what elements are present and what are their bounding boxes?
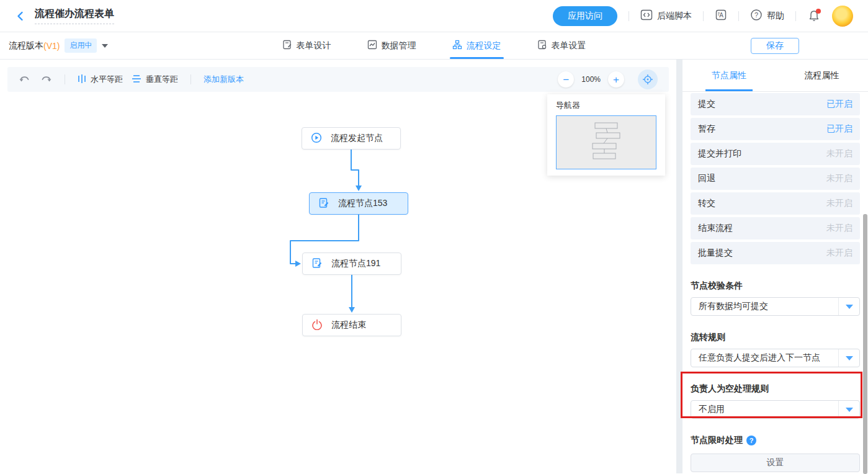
question-circle-icon: ?: [750, 9, 763, 23]
divider: [795, 11, 796, 21]
caret-zone: [838, 298, 859, 315]
version-dropdown-caret-icon[interactable]: [102, 44, 108, 48]
horizontal-spacing-button[interactable]: 水平等距: [78, 74, 123, 86]
flow-node-end[interactable]: 流程结束: [302, 314, 401, 336]
divider: [738, 11, 739, 21]
caret-zone: [838, 401, 859, 418]
tab-flow-settings[interactable]: 流程设定: [452, 32, 501, 59]
divider: [629, 11, 629, 21]
module-tabs: 表单设计 数据管理 流程设定 表单设置: [282, 32, 586, 59]
form-design-icon: [282, 40, 292, 51]
form-gear-icon: [537, 40, 547, 51]
navigator-panel: 导航器: [547, 94, 665, 176]
translate-button[interactable]: A: [715, 9, 727, 23]
toggle-row-transfer[interactable]: 转交 未开启: [691, 192, 860, 215]
zoom-level: 100%: [581, 75, 601, 84]
user-avatar[interactable]: [832, 6, 853, 27]
status-badge: 未开启: [826, 223, 852, 234]
horizontal-spacing-icon: [78, 74, 86, 86]
chevron-down-icon: [846, 356, 853, 360]
flow-canvas[interactable]: 水平等距 垂直等距 添加新版本 − 100% +: [0, 60, 676, 473]
navigator-title: 导航器: [556, 100, 656, 111]
canvas-toolbar: 水平等距 垂直等距 添加新版本 − 100% +: [7, 67, 669, 92]
redo-icon[interactable]: [40, 73, 52, 86]
data-chart-icon: [367, 40, 377, 51]
properties-sidebar: 节点属性 流程属性 提交 已开启 暂存 已开启 提交并打印 未开启 回退: [682, 60, 868, 473]
form-edit-icon: [311, 257, 323, 271]
form-edit-icon: [318, 197, 329, 210]
svg-text:?: ?: [754, 11, 758, 19]
toggle-row-save-draft[interactable]: 暂存 已开启: [691, 118, 860, 140]
status-badge: 未开启: [826, 248, 852, 259]
tab-node-properties[interactable]: 节点属性: [682, 60, 776, 91]
status-badge: 未开启: [826, 198, 852, 209]
toggle-row-rollback[interactable]: 回退 未开启: [691, 168, 860, 190]
page-title: 流程催办流程表单: [35, 7, 114, 24]
app-window: 流程催办流程表单 应用访问 后端脚本 A ? 帮助: [0, 0, 868, 474]
toggle-row-batch-submit[interactable]: 批量提交 未开启: [691, 242, 860, 264]
flow-node-153[interactable]: 流程节点153: [309, 192, 408, 215]
status-badge: 启用中: [65, 38, 97, 53]
notification-bell-icon[interactable]: [807, 9, 821, 23]
tab-flow-properties[interactable]: 流程属性: [776, 60, 868, 91]
save-button[interactable]: 保存: [751, 38, 799, 54]
zoom-controls: − 100% +: [558, 69, 658, 89]
sidebar-tabs: 节点属性 流程属性: [682, 60, 868, 92]
zoom-out-button[interactable]: −: [558, 71, 574, 87]
time-limit-settings-button[interactable]: 设置: [691, 454, 860, 472]
validation-select[interactable]: 所有数据均可提交: [691, 297, 860, 316]
help-question-icon[interactable]: ?: [746, 436, 756, 445]
version-label: 流程版本: [9, 40, 43, 51]
toggle-row-submit[interactable]: 提交 已开启: [691, 93, 860, 115]
tab-data-management[interactable]: 数据管理: [367, 32, 416, 59]
status-badge: 已开启: [826, 123, 852, 135]
backend-script-button[interactable]: 后端脚本: [640, 9, 692, 23]
caret-zone: [838, 349, 859, 367]
version-bar: 流程版本 (V1) 启用中 表单设计 数据管理 流程设定: [0, 32, 868, 60]
translate-icon: A: [715, 9, 727, 23]
tab-form-design[interactable]: 表单设计: [282, 32, 331, 59]
version-number: (V1): [43, 41, 60, 51]
code-icon: [640, 9, 653, 23]
help-button[interactable]: ? 帮助: [750, 9, 784, 23]
back-icon[interactable]: [15, 10, 27, 22]
flow-chart-icon: [452, 40, 462, 51]
divider: [703, 11, 704, 21]
vertical-spacing-icon: [132, 74, 141, 85]
chevron-down-icon: [846, 305, 853, 309]
divider: [190, 74, 191, 84]
flow-rule-select[interactable]: 任意负责人提交后进入下一节点: [691, 349, 860, 367]
scrollbar-thumb[interactable]: [863, 214, 867, 474]
time-limit-section-label: 节点限时处理 ?: [691, 435, 860, 446]
notification-dot: [816, 9, 821, 14]
locate-button[interactable]: [638, 69, 658, 89]
flow-node-191[interactable]: 流程节点191: [302, 253, 401, 275]
chevron-down-icon: [846, 408, 853, 412]
toggle-row-end-flow[interactable]: 结束流程 未开启: [691, 217, 860, 239]
main-area: 水平等距 垂直等距 添加新版本 − 100% +: [0, 60, 868, 473]
play-circle-icon: [311, 132, 322, 145]
validation-section-label: 节点校验条件: [691, 280, 860, 292]
svg-text:A: A: [719, 12, 723, 19]
header-actions: 应用访问 后端脚本 A ? 帮助: [553, 6, 853, 27]
status-badge: 未开启: [826, 148, 852, 159]
empty-owner-section-label: 负责人为空处理规则: [691, 383, 860, 395]
toggle-row-submit-print[interactable]: 提交并打印 未开启: [691, 143, 860, 165]
navigator-minimap: [557, 116, 657, 170]
flow-node-start[interactable]: 流程发起节点: [302, 127, 401, 150]
app-access-button[interactable]: 应用访问: [553, 6, 617, 26]
navigator-viewport[interactable]: [556, 115, 656, 169]
top-header: 流程催办流程表单 应用访问 后端脚本 A ? 帮助: [0, 0, 868, 32]
empty-owner-select[interactable]: 不启用: [691, 400, 860, 419]
zoom-in-button[interactable]: +: [608, 71, 624, 87]
power-icon: [311, 319, 323, 332]
divider: [65, 74, 65, 84]
flow-rule-section-label: 流转规则: [691, 332, 860, 343]
undo-icon[interactable]: [19, 73, 31, 86]
add-new-version-link[interactable]: 添加新版本: [204, 74, 244, 85]
vertical-spacing-button[interactable]: 垂直等距: [132, 74, 178, 85]
sidebar-content: 提交 已开启 暂存 已开启 提交并打印 未开启 回退 未开启 转交 未开启: [682, 92, 868, 472]
status-badge: 未开启: [826, 173, 852, 184]
tab-form-settings[interactable]: 表单设置: [537, 32, 586, 59]
status-badge: 已开启: [826, 99, 852, 110]
